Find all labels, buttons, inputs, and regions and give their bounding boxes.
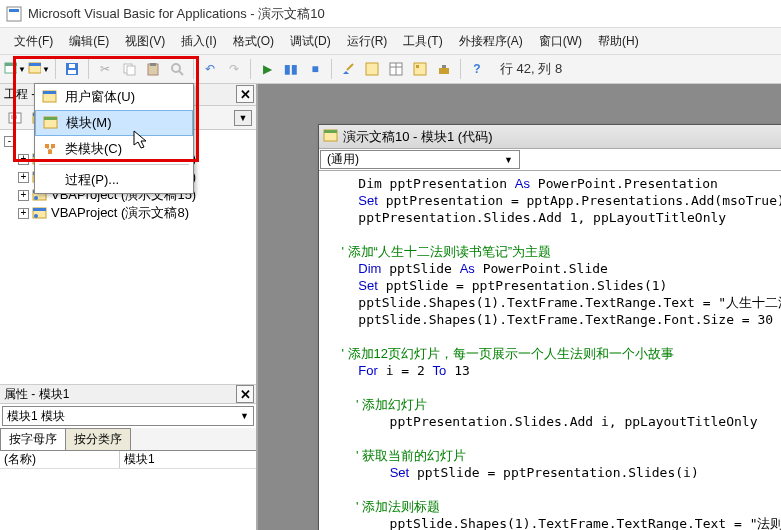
svg-point-44 — [34, 196, 38, 200]
menu-insert[interactable]: 插入(I) — [175, 31, 222, 52]
svg-rect-20 — [414, 63, 426, 75]
svg-rect-1 — [9, 9, 19, 12]
menu-addins[interactable]: 外接程序(A) — [453, 31, 529, 52]
properties-tabs: 按字母序 按分类序 — [0, 428, 256, 451]
svg-rect-7 — [68, 70, 76, 74]
cut-button[interactable]: ✂ — [94, 58, 116, 80]
object-combo-value: (通用) — [327, 151, 359, 168]
find-icon — [170, 62, 184, 76]
module-icon — [42, 115, 60, 131]
svg-rect-10 — [127, 66, 135, 75]
cursor-position: 行 42, 列 8 — [500, 60, 562, 78]
run-button[interactable]: ▶ — [256, 58, 278, 80]
window-title: Microsoft Visual Basic for Applications … — [28, 5, 325, 23]
properties-pane-close[interactable]: ✕ — [236, 385, 254, 403]
toolbar-separator — [55, 59, 56, 79]
save-button[interactable] — [61, 58, 83, 80]
undo-button[interactable]: ↶ — [199, 58, 221, 80]
copy-icon — [122, 62, 136, 76]
properties-combo-value: 模块1 模块 — [7, 408, 65, 425]
code-window[interactable]: 演示文稿10 - 模块1 (代码) (通用) ▼ Dim pptPresenta… — [318, 124, 781, 530]
menu-file[interactable]: 文件(F) — [8, 31, 59, 52]
reset-button[interactable]: ■ — [304, 58, 326, 80]
tree-toggle[interactable]: + — [18, 190, 29, 201]
dropdown-label: 类模块(C) — [65, 140, 122, 158]
vba-app-icon — [6, 6, 22, 22]
design-mode-button[interactable] — [337, 58, 359, 80]
titlebar: Microsoft Visual Basic for Applications … — [0, 0, 781, 28]
paste-button[interactable] — [142, 58, 164, 80]
tree-toggle[interactable]: + — [18, 154, 29, 165]
code-editor[interactable]: Dim pptPresentation As PowerPoint.Presen… — [319, 171, 781, 530]
object-combo[interactable]: (通用) ▼ — [320, 150, 520, 169]
find-button[interactable] — [166, 58, 188, 80]
insert-dropdown-button[interactable]: ▼ — [28, 58, 50, 80]
menu-window[interactable]: 窗口(W) — [533, 31, 588, 52]
properties-pane-header: 属性 - 模块1 ✕ — [0, 384, 256, 404]
toolbar-separator — [88, 59, 89, 79]
menubar: 文件(F) 编辑(E) 视图(V) 插入(I) 格式(O) 调试(D) 运行(R… — [0, 28, 781, 54]
menu-tools[interactable]: 工具(T) — [397, 31, 448, 52]
redo-button[interactable]: ↷ — [223, 58, 245, 80]
pause-icon: ▮▮ — [284, 62, 298, 76]
insert-procedure[interactable]: 过程(P)... — [35, 167, 193, 193]
tree-dropdown[interactable]: ▼ — [234, 110, 252, 126]
code-window-titlebar[interactable]: 演示文稿10 - 模块1 (代码) — [319, 125, 781, 149]
properties-button[interactable] — [385, 58, 407, 80]
code-window-combos: (通用) ▼ — [319, 149, 781, 171]
code-icon — [8, 112, 22, 124]
properties-grid[interactable]: (名称) 模块1 — [0, 451, 256, 530]
help-button[interactable]: ? — [466, 58, 488, 80]
toolbar-separator — [331, 59, 332, 79]
insert-module[interactable]: 模块(M) — [35, 110, 193, 136]
menu-help[interactable]: 帮助(H) — [592, 31, 645, 52]
toolbar-separator — [460, 59, 461, 79]
svg-rect-28 — [48, 150, 52, 154]
svg-point-47 — [34, 214, 38, 218]
copy-button[interactable] — [118, 58, 140, 80]
project-explorer-button[interactable] — [361, 58, 383, 80]
tree-node[interactable]: +VBAProject (演示文稿8) — [4, 204, 252, 222]
menu-debug[interactable]: 调试(D) — [284, 31, 337, 52]
toolbar: ▼ ▼ ✂ ↶ ↷ ▶ ▮▮ ■ ? 行 42, 列 8 用户窗体(U) 模块(… — [0, 54, 781, 84]
toolbox-button[interactable] — [433, 58, 455, 80]
browser-icon — [413, 62, 427, 76]
svg-rect-12 — [150, 63, 156, 66]
property-row[interactable]: (名称) 模块1 — [0, 451, 256, 469]
object-browser-button[interactable] — [409, 58, 431, 80]
properties-object-combo[interactable]: 模块1 模块 ▼ — [2, 406, 254, 426]
project-pane-close[interactable]: ✕ — [236, 85, 254, 103]
property-value[interactable]: 模块1 — [120, 451, 256, 468]
menu-edit[interactable]: 编辑(E) — [63, 31, 115, 52]
help-icon: ? — [473, 62, 480, 76]
svg-rect-21 — [416, 65, 419, 68]
svg-rect-49 — [324, 130, 337, 133]
tab-categorized[interactable]: 按分类序 — [65, 428, 131, 450]
svg-rect-26 — [45, 144, 49, 148]
insert-userform[interactable]: 用户窗体(U) — [35, 84, 193, 110]
tab-alphabetic[interactable]: 按字母序 — [0, 428, 66, 450]
svg-point-13 — [172, 64, 180, 72]
chevron-down-icon: ▼ — [240, 411, 249, 421]
view-code-button[interactable] — [4, 107, 26, 129]
tree-toggle[interactable]: + — [18, 208, 29, 219]
code-window-title: 演示文稿10 - 模块1 (代码) — [343, 128, 493, 146]
menu-format[interactable]: 格式(O) — [227, 31, 280, 52]
svg-rect-16 — [366, 63, 378, 75]
tree-toggle[interactable]: - — [4, 136, 15, 147]
menu-view[interactable]: 视图(V) — [119, 31, 171, 52]
svg-line-14 — [179, 71, 183, 75]
cut-icon: ✂ — [100, 62, 110, 76]
menu-run[interactable]: 运行(R) — [341, 31, 394, 52]
break-button[interactable]: ▮▮ — [280, 58, 302, 80]
class-icon — [41, 141, 59, 157]
undo-icon: ↶ — [205, 62, 215, 76]
project-pane-title: 工程 - — [4, 86, 35, 103]
insert-class-module[interactable]: 类模块(C) — [35, 136, 193, 162]
form-icon — [28, 62, 41, 76]
tree-toggle[interactable]: + — [18, 172, 29, 183]
svg-rect-23 — [43, 91, 56, 94]
view-dropdown-button[interactable]: ▼ — [4, 58, 26, 80]
property-name: (名称) — [0, 451, 120, 468]
insert-dropdown-menu: 用户窗体(U) 模块(M) 类模块(C) 过程(P)... — [34, 83, 194, 194]
